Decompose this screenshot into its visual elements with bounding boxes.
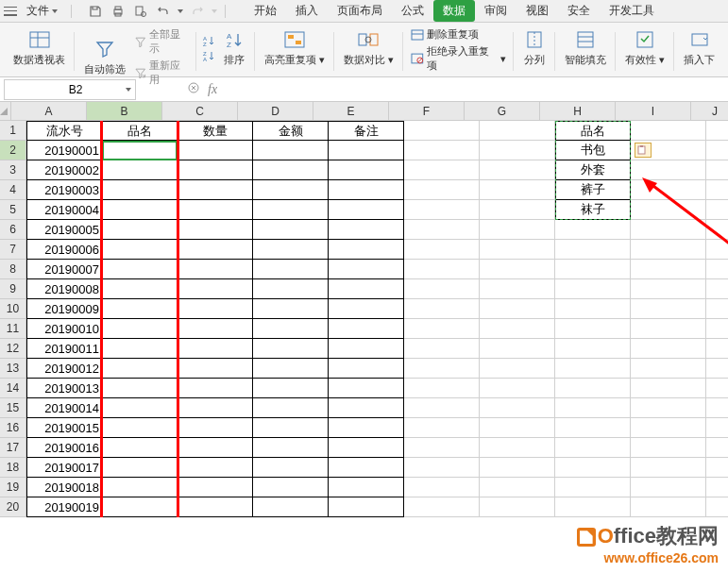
name-box[interactable] [4, 79, 136, 100]
cell-A8[interactable]: 20190007 [26, 260, 102, 279]
row-header-19[interactable]: 19 [0, 478, 26, 497]
column-header-B[interactable]: B [87, 102, 162, 121]
cell-G4[interactable] [480, 180, 555, 200]
cell-A6[interactable]: 20190005 [26, 220, 102, 240]
column-header-J[interactable]: J [691, 102, 728, 121]
cell-F5[interactable] [404, 200, 480, 220]
print-icon[interactable] [110, 3, 127, 20]
cell-A19[interactable]: 20190018 [26, 478, 102, 497]
cell-C17[interactable] [178, 438, 253, 458]
cell-G12[interactable] [480, 339, 555, 359]
cell-I15[interactable] [631, 398, 706, 418]
cell-C6[interactable] [178, 220, 253, 240]
row-header-10[interactable]: 10 [0, 299, 26, 319]
cell-B8[interactable] [102, 260, 178, 279]
tab-insert[interactable]: 插入 [286, 0, 328, 22]
cell-D7[interactable] [253, 240, 329, 260]
highlight-dup-button[interactable]: 高亮重复项 ▾ [261, 26, 329, 69]
cell-G3[interactable] [480, 160, 555, 180]
cell-G13[interactable] [480, 359, 555, 379]
cell-G17[interactable] [480, 438, 555, 458]
tab-formula[interactable]: 公式 [392, 0, 433, 22]
cell-C2[interactable] [178, 141, 253, 160]
column-header-E[interactable]: E [313, 102, 389, 121]
cell-I12[interactable] [631, 339, 706, 359]
cell-F1[interactable] [404, 121, 480, 141]
chevron-down-icon[interactable] [212, 9, 217, 13]
cell-B9[interactable] [102, 279, 178, 299]
cell-D20[interactable] [253, 497, 329, 517]
cell-J14[interactable] [706, 379, 728, 398]
cell-C7[interactable] [178, 240, 253, 260]
cell-B2[interactable] [102, 141, 178, 160]
cell-A10[interactable]: 20190009 [26, 299, 102, 319]
cell-D14[interactable] [253, 379, 329, 398]
cell-F19[interactable] [404, 478, 480, 497]
cell-J9[interactable] [706, 279, 728, 299]
cell-E16[interactable] [329, 418, 404, 438]
cell-J13[interactable] [706, 359, 728, 379]
row-header-17[interactable]: 17 [0, 438, 26, 458]
row-header-6[interactable]: 6 [0, 220, 26, 240]
cell-J16[interactable] [706, 418, 728, 438]
cell-E7[interactable] [329, 240, 404, 260]
cell-H4[interactable]: 裤子 [555, 180, 631, 200]
cell-B11[interactable] [102, 319, 178, 339]
cell-D8[interactable] [253, 260, 329, 279]
cell-I6[interactable] [631, 220, 706, 240]
row-header-11[interactable]: 11 [0, 319, 26, 339]
sort-asc-icon[interactable]: AZ [202, 34, 215, 47]
cell-G16[interactable] [480, 418, 555, 438]
cell-J8[interactable] [706, 260, 728, 279]
cell-B10[interactable] [102, 299, 178, 319]
cell-I11[interactable] [631, 319, 706, 339]
cell-F3[interactable] [404, 160, 480, 180]
cell-C12[interactable] [178, 339, 253, 359]
cell-B6[interactable] [102, 220, 178, 240]
cell-F12[interactable] [404, 339, 480, 359]
cell-D13[interactable] [253, 359, 329, 379]
cell-C14[interactable] [178, 379, 253, 398]
cell-E4[interactable] [329, 180, 404, 200]
name-box-input[interactable] [5, 83, 135, 96]
cell-H2[interactable]: 书包 [555, 141, 631, 160]
cell-I14[interactable] [631, 379, 706, 398]
cell-F9[interactable] [404, 279, 480, 299]
cell-C11[interactable] [178, 319, 253, 339]
cell-B7[interactable] [102, 240, 178, 260]
cell-D4[interactable] [253, 180, 329, 200]
cell-C3[interactable] [178, 160, 253, 180]
cell-B4[interactable] [102, 180, 178, 200]
cell-E14[interactable] [329, 379, 404, 398]
save-icon[interactable] [87, 3, 104, 20]
cell-C10[interactable] [178, 299, 253, 319]
cell-C15[interactable] [178, 398, 253, 418]
row-header-8[interactable]: 8 [0, 260, 26, 279]
cell-D1[interactable]: 金额 [253, 121, 329, 141]
cell-A14[interactable]: 20190013 [26, 379, 102, 398]
row-header-1[interactable]: 1 [0, 121, 26, 141]
cell-E2[interactable] [329, 141, 404, 160]
cell-E1[interactable]: 备注 [329, 121, 404, 141]
cell-J3[interactable] [706, 160, 728, 180]
split-column-button[interactable]: 分列 [519, 26, 550, 69]
cell-A11[interactable]: 20190010 [26, 319, 102, 339]
insert-dropdown-button[interactable]: 插入下 [680, 26, 719, 69]
cell-F17[interactable] [404, 438, 480, 458]
cell-C19[interactable] [178, 478, 253, 497]
cell-F2[interactable] [404, 141, 480, 160]
cell-C8[interactable] [178, 260, 253, 279]
cell-H13[interactable] [555, 359, 631, 379]
cell-B13[interactable] [102, 359, 178, 379]
cell-J12[interactable] [706, 339, 728, 359]
cell-G9[interactable] [480, 279, 555, 299]
sort-desc-icon[interactable]: ZA [202, 49, 215, 62]
cell-B3[interactable] [102, 160, 178, 180]
cell-G10[interactable] [480, 299, 555, 319]
cell-B16[interactable] [102, 418, 178, 438]
cell-I1[interactable] [631, 121, 706, 141]
cell-G7[interactable] [480, 240, 555, 260]
cell-B15[interactable] [102, 398, 178, 418]
cell-F7[interactable] [404, 240, 480, 260]
paste-options-icon[interactable] [635, 143, 652, 158]
